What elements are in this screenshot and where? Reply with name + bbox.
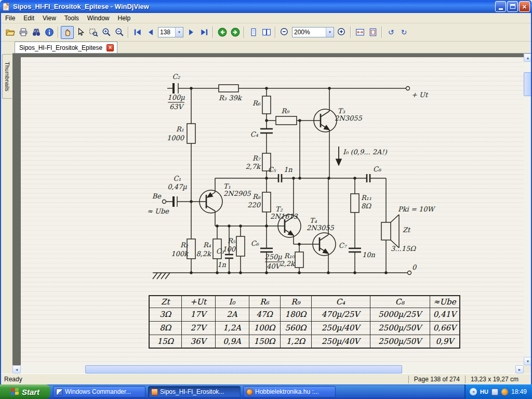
scroll-left-button[interactable]: ◄ — [12, 365, 21, 374]
start-button[interactable]: Start — [0, 384, 50, 399]
prev-page-button[interactable] — [144, 26, 157, 39]
label-c1-value: 0,47µ — [167, 183, 187, 191]
document-tab[interactable]: Sipos_HI-FI_Erositok_Epitese × — [15, 42, 117, 53]
maximize-icon — [510, 4, 515, 9]
menu-tools[interactable]: Tools — [60, 14, 83, 23]
tray-status-icon-2[interactable] — [501, 389, 508, 395]
zoom-out-button[interactable] — [278, 26, 291, 39]
label-r4-value: 8,2k — [196, 250, 212, 258]
menu-file[interactable]: File — [1, 14, 19, 23]
table-row: 3Ω 17V 2A 47Ω 180Ω 470µ/25V 5000µ/25V 0,… — [149, 308, 460, 321]
table-cell: 250µ/40V — [311, 321, 370, 335]
menu-window[interactable]: Window — [83, 14, 114, 23]
zoom-in-tool-button[interactable] — [100, 26, 113, 39]
menu-view[interactable]: View — [38, 14, 60, 23]
document-viewport[interactable]: C₂ 100µ 63V R₃ 39k R₁ 1000 Be ≈ Ube C₁ 0… — [12, 54, 524, 365]
taskbar-clock[interactable]: 18:49 — [511, 388, 527, 395]
magnifier-plus-icon — [102, 28, 111, 37]
info-button[interactable] — [43, 26, 56, 39]
zoom-in-button[interactable] — [335, 26, 348, 39]
table-cell: 0,9A — [215, 335, 249, 348]
label-t2: T₂ — [275, 205, 283, 213]
zoom-combo: ▼ — [292, 27, 334, 37]
facing-pages-layout-button[interactable] — [260, 26, 273, 39]
folder-open-icon — [6, 28, 15, 37]
taskbar-item-windows-commander[interactable]: Windows Commander... — [53, 386, 145, 397]
taskbar-item-windjview[interactable]: Sipos_HI-FI_Erositok... — [148, 386, 241, 397]
menu-help[interactable]: Help — [114, 14, 135, 23]
info-icon — [45, 28, 54, 37]
tray-collapse-chevron[interactable]: ◄ — [470, 388, 477, 395]
open-button[interactable] — [4, 26, 17, 39]
label-c6-value-bottom: 40V — [267, 262, 282, 270]
label-r5-value: 100 — [222, 245, 236, 253]
zoom-out-tool-button[interactable] — [113, 26, 126, 39]
thumbnails-tab[interactable]: Thumbnails — [2, 54, 12, 99]
hand-icon — [63, 28, 72, 37]
last-page-icon — [200, 28, 209, 37]
label-c8: C₈ — [373, 165, 381, 173]
tab-close-button[interactable]: × — [107, 44, 114, 51]
label-r3: R₃ 39k — [219, 94, 243, 102]
forward-button[interactable] — [229, 26, 242, 39]
zoom-input[interactable] — [292, 28, 326, 36]
c2-plate — [172, 83, 175, 94]
page-combo-dropdown[interactable]: ▼ — [175, 28, 183, 37]
select-tool-button[interactable] — [74, 26, 87, 39]
hand-tool-button[interactable] — [61, 26, 74, 39]
back-button[interactable] — [216, 26, 229, 39]
label-t4-type: 2N3055 — [307, 224, 334, 232]
zoom-combo-dropdown[interactable]: ▼ — [326, 28, 334, 37]
status-ready: Ready — [1, 376, 408, 383]
label-t3: T₃ — [338, 107, 345, 115]
label-r8-value: 220 — [247, 201, 261, 209]
fit-width-button[interactable] — [353, 26, 366, 39]
chevron-left-icon: ◄ — [472, 390, 475, 393]
label-ut: + Ut — [411, 91, 429, 99]
language-indicator[interactable]: HU — [480, 389, 488, 395]
horizontal-scrollbar[interactable]: ◄ ► — [12, 365, 524, 374]
print-button[interactable] — [17, 26, 30, 39]
label-r9: R₉ — [282, 107, 290, 115]
zero-terminal — [408, 271, 411, 275]
close-button[interactable]: × — [519, 1, 530, 12]
label-t4: T₄ — [310, 217, 317, 224]
label-c5-value: 1n — [284, 166, 292, 174]
fit-page-button[interactable] — [366, 26, 379, 39]
single-page-layout-button[interactable] — [247, 26, 260, 39]
rotate-left-button[interactable]: ↺ — [384, 26, 397, 39]
next-page-button[interactable] — [184, 26, 197, 39]
table-header-cell: +Ut — [181, 296, 215, 308]
table-cell: 17V — [181, 308, 215, 321]
fit-width-icon — [355, 28, 365, 37]
minimize-button[interactable] — [495, 1, 506, 12]
menu-edit[interactable]: Edit — [19, 14, 38, 23]
scroll-right-icon: ► — [518, 368, 522, 371]
label-pki: Pki = 10W — [398, 205, 435, 213]
label-be: Be — [152, 192, 162, 200]
marquee-zoom-button[interactable] — [87, 26, 100, 39]
horizontal-scroll-thumb[interactable] — [85, 365, 402, 374]
page-number-input[interactable] — [158, 28, 175, 36]
maximize-button[interactable] — [507, 1, 518, 12]
task-label: Hobbielektronika.hu :... — [255, 388, 319, 395]
label-c3-value: 1n — [217, 261, 226, 269]
scroll-right-button[interactable]: ► — [515, 365, 524, 374]
table-cell: 15Ω — [149, 335, 181, 348]
title-bar[interactable]: Sipos_HI-FI_Erositok_Epitese - WinDjView… — [0, 0, 532, 13]
toolbar-separator — [350, 26, 351, 38]
toolbar-separator — [275, 26, 276, 38]
rotate-right-button[interactable]: ↻ — [397, 26, 410, 39]
tray-status-icon-1[interactable] — [491, 389, 498, 395]
label-c5: C₅ — [268, 166, 276, 174]
last-page-button[interactable] — [197, 26, 210, 39]
label-r1-value: 1000 — [167, 134, 185, 142]
magnifier-minus-icon — [115, 28, 124, 37]
taskbar-item-browser[interactable]: Hobbielektronika.hu :... — [243, 386, 336, 397]
table-cell: 36V — [181, 335, 215, 348]
document-page[interactable]: C₂ 100µ 63V R₃ 39k R₁ 1000 Be ≈ Ube C₁ 0… — [21, 57, 524, 365]
window-title: Sipos_HI-FI_Erositok_Epitese - WinDjView — [13, 3, 494, 10]
label-r10: R₁₀ — [284, 252, 295, 260]
first-page-button[interactable] — [131, 26, 144, 39]
find-button[interactable] — [30, 26, 43, 39]
